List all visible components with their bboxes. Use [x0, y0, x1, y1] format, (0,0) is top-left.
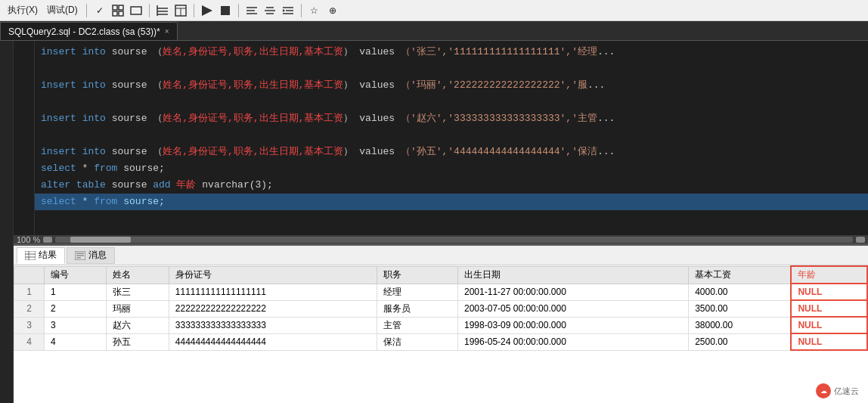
watermark-icon: ☁ — [816, 383, 831, 398]
layout-icon-2[interactable] — [129, 3, 144, 18]
code-line-6: alter table sourse add 年龄 nvarchar(3); — [35, 177, 868, 194]
cell-age-1: NULL — [791, 284, 867, 300]
run-icon[interactable] — [200, 3, 215, 18]
cell-idcard-3: 333333333333333333 — [169, 317, 377, 333]
cell-job-1: 经理 — [377, 284, 458, 300]
result-tab-messages[interactable]: 消息 — [67, 247, 115, 264]
col-id: 编号 — [45, 266, 107, 284]
code-line-blank-2 — [35, 94, 868, 110]
tab-close-button[interactable]: × — [165, 27, 169, 36]
svg-rect-13 — [221, 6, 230, 15]
results-panel: 结果 消息 编号 — [14, 244, 868, 403]
execute-menu[interactable]: 执行(X) — [5, 2, 41, 18]
cell-job-4: 保洁 — [377, 333, 458, 350]
plus-icon[interactable]: ⊕ — [325, 3, 340, 18]
main-area: insert into sourse （姓名,身份证号,职务,出生日期,基本工资… — [0, 41, 868, 403]
svg-marker-12 — [202, 5, 212, 16]
cell-job-3: 主管 — [377, 317, 458, 333]
col-age: 年龄 — [791, 266, 867, 284]
stop-icon[interactable] — [218, 3, 233, 18]
table-header-row: 编号 姓名 身份证号 职务 出生日期 基本工资 年龄 — [14, 266, 868, 284]
grid-result-icon — [25, 251, 36, 260]
separator-2 — [149, 4, 150, 17]
cell-salary-4: 2500.00 — [689, 333, 792, 350]
code-editor[interactable]: insert into sourse （姓名,身份证号,职务,出生日期,基本工资… — [14, 41, 868, 403]
cell-id-1: 1 — [45, 284, 107, 300]
table-icon[interactable] — [173, 3, 188, 18]
cell-name-1: 张三 — [107, 284, 169, 300]
code-line-blank-3 — [35, 127, 868, 144]
watermark-text: 亿速云 — [834, 386, 859, 397]
svg-rect-0 — [113, 5, 117, 10]
indent-icon[interactable] — [281, 3, 296, 18]
watermark: ☁ 亿速云 — [816, 383, 859, 398]
line-numbers — [14, 41, 35, 235]
result-tab-results[interactable]: 结果 — [17, 247, 65, 264]
result-table: 编号 姓名 身份证号 职务 出生日期 基本工资 年龄 — [14, 265, 868, 351]
tab-label: SQLQuery2.sql - DC2.class (sa (53))* — [8, 26, 160, 37]
code-line-5: select * from sourse; — [35, 160, 868, 177]
cell-salary-3: 38000.00 — [689, 317, 792, 333]
svg-marker-23 — [283, 9, 285, 12]
result-table-container[interactable]: 编号 姓名 身份证号 职务 出生日期 基本工资 年龄 — [14, 265, 868, 403]
cell-salary-1: 4000.00 — [689, 284, 792, 300]
cell-name-2: 玛丽 — [107, 300, 169, 317]
cell-age-4: NULL — [791, 333, 867, 350]
table-row: 3 3 赵六 333333333333333333 主管 1998-03-09 … — [14, 317, 868, 333]
code-line-2: insert into sourse （姓名,身份证号,职务,出生日期,基本工资… — [35, 77, 868, 94]
svg-rect-24 — [25, 251, 36, 260]
star-icon[interactable]: ☆ — [307, 3, 322, 18]
cell-id-2: 2 — [45, 300, 107, 317]
table-row: 1 1 张三 111111111111111111 经理 2001-11-27 … — [14, 284, 868, 300]
separator-5 — [301, 4, 302, 17]
col-rownum — [14, 266, 45, 284]
col-salary: 基本工资 — [689, 266, 792, 284]
cell-idcard-2: 222222222222222222 — [169, 300, 377, 317]
cell-birthday-2: 2003-07-05 00:00:00.000 — [458, 300, 689, 317]
scroll-left-btn[interactable] — [43, 237, 52, 243]
cell-rownum-2: 2 — [14, 300, 45, 317]
cell-birthday-1: 2001-11-27 00:00:00.000 — [458, 284, 689, 300]
check-icon[interactable]: ✓ — [92, 3, 107, 18]
cell-age-3: NULL — [791, 317, 867, 333]
cell-rownum-1: 1 — [14, 284, 45, 300]
separator-4 — [238, 4, 239, 17]
grid-icon[interactable] — [155, 3, 170, 18]
cell-age-2: NULL — [791, 300, 867, 317]
cell-id-3: 3 — [45, 317, 107, 333]
horizontal-scrollbar[interactable]: 100 % — [14, 235, 868, 244]
sql-query-tab[interactable]: SQLQuery2.sql - DC2.class (sa (53))* × — [0, 22, 178, 40]
code-line-blank-1 — [35, 60, 868, 77]
svg-rect-4 — [131, 7, 141, 14]
code-content[interactable]: insert into sourse （姓名,身份证号,职务,出生日期,基本工资… — [35, 41, 868, 235]
cell-id-4: 4 — [45, 333, 107, 350]
layout-icon-1[interactable] — [110, 3, 126, 18]
cell-salary-2: 3500.00 — [689, 300, 792, 317]
scroll-track-h[interactable] — [55, 237, 853, 243]
cell-job-2: 服务员 — [377, 300, 458, 317]
separator-3 — [194, 4, 194, 17]
format-icon[interactable] — [262, 3, 277, 18]
align-left-icon[interactable] — [244, 3, 259, 18]
separator-1 — [86, 4, 87, 17]
cell-name-4: 孙五 — [107, 333, 169, 350]
scroll-right-btn[interactable] — [856, 237, 865, 243]
cell-rownum-3: 3 — [14, 317, 45, 333]
result-tabs: 结果 消息 — [14, 246, 868, 265]
cell-idcard-4: 444444444444444444 — [169, 333, 377, 350]
msg-tab-label: 消息 — [88, 249, 107, 262]
col-job: 职务 — [377, 266, 458, 284]
msg-icon — [75, 251, 85, 260]
code-line-7-selected: select * from sourse; — [35, 194, 868, 210]
svg-rect-3 — [119, 11, 123, 16]
svg-rect-2 — [113, 11, 117, 16]
col-name: 姓名 — [107, 266, 169, 284]
table-row: 4 4 孙五 444444444444444444 保洁 1996-05-24 … — [14, 333, 868, 350]
table-row: 2 2 玛丽 222222222222222222 服务员 2003-07-05… — [14, 300, 868, 317]
cell-birthday-4: 1996-05-24 00:00:00.000 — [458, 333, 689, 350]
code-line-4: insert into sourse （姓名,身份证号,职务,出生日期,基本工资… — [35, 144, 868, 160]
left-sidebar — [0, 41, 14, 403]
cell-name-3: 赵六 — [107, 317, 169, 333]
col-birthday: 出生日期 — [458, 266, 689, 284]
debug-menu[interactable]: 调试(D) — [44, 2, 81, 18]
